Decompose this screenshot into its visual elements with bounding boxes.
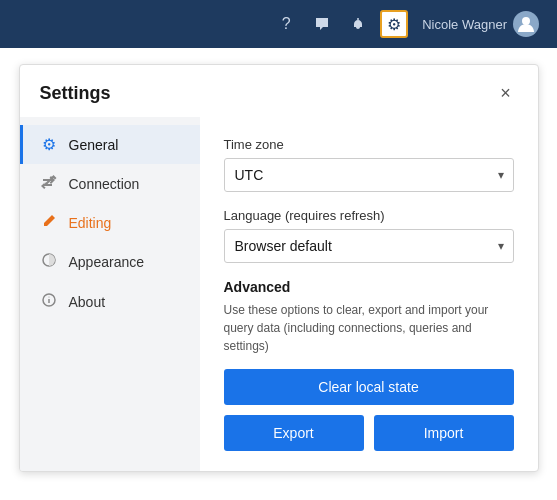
advanced-description: Use these options to clear, export and i… xyxy=(224,301,514,355)
about-icon xyxy=(39,292,59,312)
editing-icon xyxy=(39,214,59,232)
navbar: ? ⚙ Nicole Wagner xyxy=(0,0,557,48)
timezone-select-wrapper: UTC ▾ xyxy=(224,158,514,192)
advanced-title: Advanced xyxy=(224,279,514,295)
sidebar-item-editing[interactable]: Editing xyxy=(20,204,200,242)
user-menu[interactable]: Nicole Wagner xyxy=(416,7,545,41)
sidebar-item-appearance[interactable]: Appearance xyxy=(20,242,200,282)
timezone-label: Time zone xyxy=(224,137,514,152)
timezone-select[interactable]: UTC xyxy=(224,158,514,192)
notification-icon[interactable] xyxy=(344,10,372,38)
general-icon: ⚙ xyxy=(39,135,59,154)
sidebar-label-about: About xyxy=(69,294,106,310)
svg-point-1 xyxy=(522,17,530,25)
settings-panel: Settings × ⚙ General Connection Editing xyxy=(19,64,539,472)
sidebar-label-appearance: Appearance xyxy=(69,254,145,270)
language-label: Language (requires refresh) xyxy=(224,208,514,223)
close-button[interactable]: × xyxy=(494,81,518,105)
settings-title: Settings xyxy=(40,83,111,104)
sidebar-label-connection: Connection xyxy=(69,176,140,192)
export-button[interactable]: Export xyxy=(224,415,364,451)
feedback-icon[interactable] xyxy=(308,10,336,38)
settings-icon[interactable]: ⚙ xyxy=(380,10,408,38)
sidebar-label-editing: Editing xyxy=(69,215,112,231)
sidebar-item-connection[interactable]: Connection xyxy=(20,164,200,204)
svg-point-5 xyxy=(48,297,49,298)
help-icon[interactable]: ? xyxy=(272,10,300,38)
appearance-icon xyxy=(39,252,59,272)
settings-header: Settings × xyxy=(20,65,538,117)
settings-content: Time zone UTC ▾ Language (requires refre… xyxy=(200,117,538,471)
language-select[interactable]: Browser default xyxy=(224,229,514,263)
settings-sidebar: ⚙ General Connection Editing Appearance xyxy=(20,117,200,471)
settings-body: ⚙ General Connection Editing Appearance xyxy=(20,117,538,471)
sidebar-item-general[interactable]: ⚙ General xyxy=(20,125,200,164)
username-label: Nicole Wagner xyxy=(422,17,507,32)
sidebar-item-about[interactable]: About xyxy=(20,282,200,322)
import-button[interactable]: Import xyxy=(374,415,514,451)
connection-icon xyxy=(39,174,59,194)
svg-point-0 xyxy=(357,18,359,20)
clear-local-state-button[interactable]: Clear local state xyxy=(224,369,514,405)
avatar xyxy=(513,11,539,37)
language-select-wrapper: Browser default ▾ xyxy=(224,229,514,263)
export-import-row: Export Import xyxy=(224,415,514,451)
sidebar-label-general: General xyxy=(69,137,119,153)
